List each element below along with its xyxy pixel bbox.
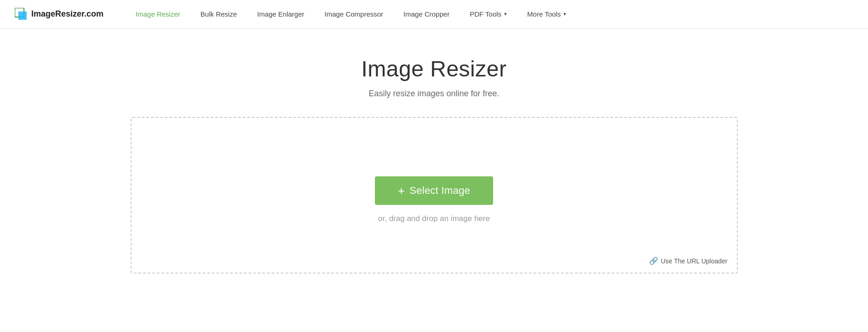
svg-rect-1 [18,12,27,20]
chevron-down-icon: ▾ [504,11,507,17]
chevron-down-icon: ▾ [563,11,566,17]
link-icon: 🔗 [649,256,658,265]
drag-drop-hint: or, drag and drop an image here [378,214,490,223]
nav-item-image-cropper[interactable]: Image Cropper [393,0,460,29]
url-uploader-label: Use The URL Uploader [661,257,728,265]
page-title: Image Resizer [362,56,507,82]
main-nav: Image ResizerBulk ResizeImage EnlargerIm… [126,0,853,29]
logo-icon [15,8,28,21]
nav-item-image-compressor[interactable]: Image Compressor [315,0,394,29]
main-content: Image Resizer Easily resize images onlin… [0,29,868,274]
page-subtitle: Easily resize images online for free. [368,89,499,99]
drop-zone[interactable]: + Select Image or, drag and drop an imag… [131,117,738,274]
header: ImageResizer.com Image ResizerBulk Resiz… [0,0,868,29]
nav-item-more-tools[interactable]: More Tools▾ [517,0,576,29]
nav-item-bulk-resize[interactable]: Bulk Resize [190,0,247,29]
logo[interactable]: ImageResizer.com [15,8,103,21]
nav-item-pdf-tools[interactable]: PDF Tools▾ [460,0,517,29]
url-uploader-link[interactable]: 🔗 Use The URL Uploader [649,256,728,265]
logo-text: ImageResizer.com [31,9,103,19]
select-image-label: Select Image [409,185,470,197]
nav-item-image-resizer[interactable]: Image Resizer [126,0,190,29]
plus-icon: + [398,185,405,197]
nav-item-image-enlarger[interactable]: Image Enlarger [247,0,315,29]
select-image-button[interactable]: + Select Image [375,176,494,205]
